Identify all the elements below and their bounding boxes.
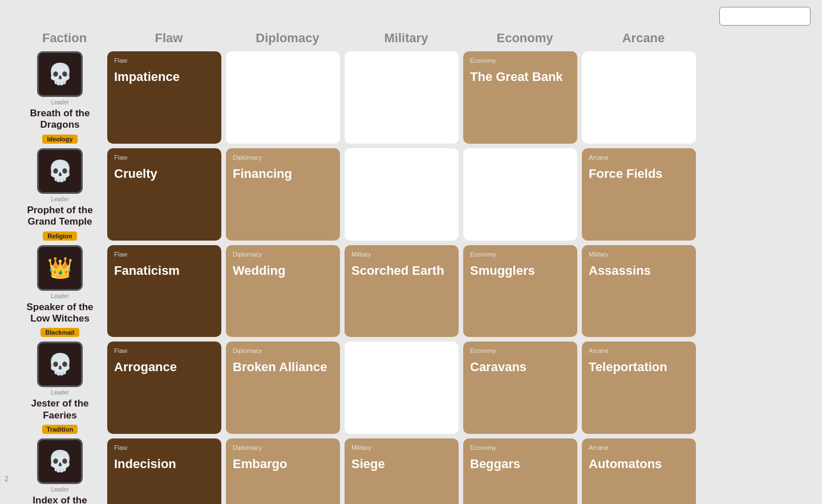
row-number: 2	[5, 474, 9, 483]
col-header-military: Military	[349, 29, 463, 48]
card-type: Economy	[470, 347, 570, 354]
military-card	[345, 342, 459, 434]
card-type: Flaw	[114, 347, 214, 354]
diplomacy-card	[226, 51, 340, 144]
card-name: Scorched Earth	[351, 263, 452, 278]
faction-name: Index of the Archivists	[17, 495, 103, 504]
col-header-faction: Faction	[22, 29, 107, 48]
arcane-card: MilitaryAssassins	[582, 245, 696, 338]
col-header-diplomacy: Diplomacy	[230, 29, 345, 48]
ideology-badge: Religion	[43, 231, 76, 241]
card-type: Military	[351, 251, 452, 258]
arcane-card: ArcaneTeleportation	[582, 342, 696, 434]
faction-sublabel: Leader	[51, 196, 68, 202]
diplomacy-card: DiplomacyBroken Alliance	[226, 342, 340, 434]
faction-row: 💀LeaderJester of the FaeriesTraditionFla…	[17, 342, 805, 434]
economy-card: EconomyBeggars	[463, 438, 577, 504]
arcane-card	[582, 51, 696, 144]
card-type: Economy	[470, 251, 570, 258]
faction-name: Breath of the Dragons	[17, 108, 103, 131]
card-type: Economy	[470, 57, 570, 64]
card-name: Broken Alliance	[233, 360, 333, 375]
card-name: Teleportation	[589, 360, 689, 375]
ideology-badge: Ideology	[42, 135, 77, 144]
arcane-card: ArcaneAutomatons	[582, 438, 696, 504]
card-type: Arcane	[589, 444, 689, 451]
military-card	[345, 148, 459, 241]
card-name: Smugglers	[470, 263, 570, 278]
card-type: Economy	[470, 444, 570, 451]
card-name: Assassins	[589, 263, 689, 278]
col-header-flaw: Flaw	[112, 29, 226, 48]
card-name: Beggars	[470, 457, 570, 472]
diplomacy-card: DiplomacyWedding	[226, 245, 340, 338]
arcane-card: ArcaneForce Fields	[582, 148, 696, 241]
card-name: Impatience	[114, 70, 214, 84]
faction-sublabel: Leader	[51, 389, 68, 396]
card-type: Diplomacy	[233, 347, 333, 354]
faction-icon: 💀	[37, 438, 83, 484]
faction-row: 💀LeaderProphet of the Grand TempleReligi…	[17, 148, 805, 241]
economy-card: EconomySmugglers	[463, 245, 577, 338]
card-type: Arcane	[589, 347, 689, 354]
card-name: Cruelty	[114, 166, 214, 181]
card-type: Diplomacy	[233, 154, 333, 161]
faction-cell: 💀LeaderBreath of the DragonsIdeology	[17, 51, 103, 144]
diplomacy-card: DiplomacyEmbargo	[226, 438, 340, 504]
card-name: Financing	[233, 166, 333, 181]
card-type: Arcane	[589, 154, 689, 161]
economy-card: EconomyThe Great Bank	[463, 51, 577, 144]
faction-cell: 💀LeaderProphet of the Grand TempleReligi…	[17, 148, 103, 241]
crisis-box	[719, 7, 811, 26]
ideology-badge: Tradition	[42, 425, 78, 434]
card-name: Automatons	[589, 457, 689, 472]
card-type: Diplomacy	[233, 251, 333, 258]
card-type: Flaw	[114, 57, 214, 64]
faction-name: Jester of the Faeries	[17, 398, 103, 421]
military-card: MilitarySiege	[345, 438, 459, 504]
military-card: MilitaryScorched Earth	[345, 245, 459, 338]
faction-row: 2💀LeaderIndex of the ArchivistsFlawIndec…	[17, 438, 805, 504]
faction-cell: 💀LeaderJester of the FaeriesTradition	[17, 342, 103, 434]
card-type: Diplomacy	[233, 444, 333, 451]
faction-cell: 👑LeaderSpeaker of the Low WitchesBlackma…	[17, 245, 103, 338]
ideology-badge: Blackmail	[41, 328, 79, 337]
card-name: Wedding	[233, 263, 333, 278]
card-name: Arrogance	[114, 360, 214, 375]
economy-card: EconomyCaravans	[463, 342, 577, 434]
flaw-card: FlawCruelty	[107, 148, 221, 241]
card-name: Force Fields	[589, 166, 689, 181]
col-header-economy: Economy	[468, 29, 582, 48]
military-card	[345, 51, 459, 144]
faction-icon: 💀	[37, 51, 83, 97]
grid-wrapper: FactionFlawDiplomacyMilitaryEconomyArcan…	[0, 29, 822, 504]
faction-rows: 💀LeaderBreath of the DragonsIdeologyFlaw…	[17, 51, 805, 504]
diplomacy-card: DiplomacyFinancing	[226, 148, 340, 241]
card-type: Military	[589, 251, 689, 258]
card-type: Flaw	[114, 251, 214, 258]
crisis-legend	[728, 14, 802, 21]
faction-row: 💀LeaderBreath of the DragonsIdeologyFlaw…	[17, 51, 805, 144]
card-type: Flaw	[114, 154, 214, 161]
economy-card	[463, 148, 577, 241]
faction-sublabel: Leader	[51, 293, 68, 299]
flaw-card: FlawArrogance	[107, 342, 221, 434]
card-name: The Great Bank	[470, 70, 570, 84]
faction-icon: 💀	[37, 148, 83, 194]
card-name: Caravans	[470, 360, 570, 375]
faction-sublabel: Leader	[51, 99, 68, 105]
faction-name: Prophet of the Grand Temple	[17, 205, 103, 228]
faction-name: Speaker of the Low Witches	[17, 302, 103, 325]
faction-icon: 👑	[37, 245, 83, 291]
card-type: Military	[351, 444, 452, 451]
flaw-card: FlawFanaticism	[107, 245, 221, 338]
card-name: Fanaticism	[114, 263, 214, 278]
flaw-card: FlawImpatience	[107, 51, 221, 144]
faction-icon: 💀	[37, 342, 83, 387]
column-headers: FactionFlawDiplomacyMilitaryEconomyArcan…	[17, 29, 805, 48]
card-type: Flaw	[114, 444, 214, 451]
col-header-arcane: Arcane	[586, 29, 700, 48]
card-name: Siege	[351, 457, 452, 472]
faction-cell: 💀LeaderIndex of the Archivists	[17, 438, 103, 504]
faction-row: 👑LeaderSpeaker of the Low WitchesBlackma…	[17, 245, 805, 338]
